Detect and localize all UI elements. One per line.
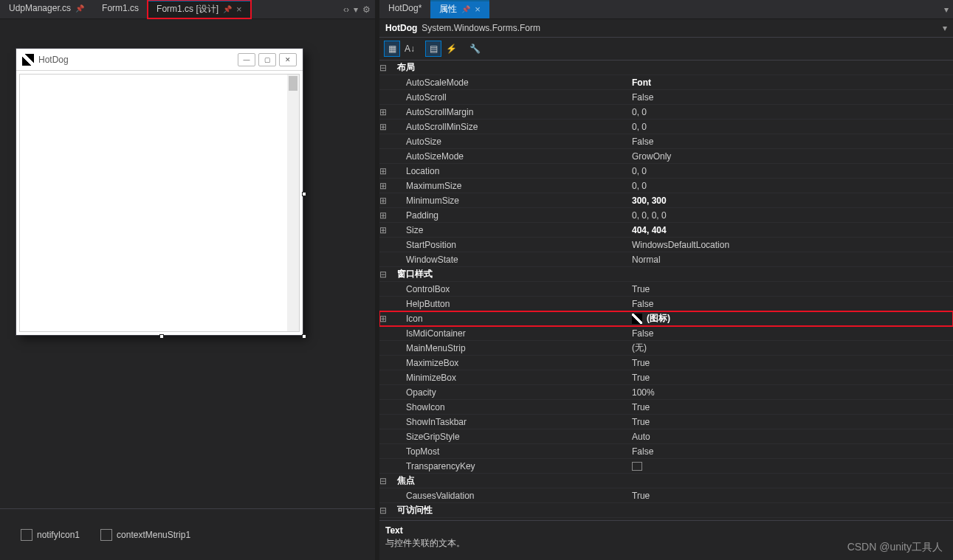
expand-toggle[interactable]: ⊟ [379,267,396,281]
gear-icon[interactable]: ⚙ [362,4,371,15]
property-value[interactable]: 0, 0 [630,120,953,134]
form-client-area[interactable] [19,74,300,332]
form-designer[interactable]: HotDog — ▢ ✕ [0,19,375,508]
property-value[interactable]: 0, 0 [630,105,953,119]
property-Padding[interactable]: ⊞Padding0, 0, 0, 0 [379,208,953,223]
property-MinimumSize[interactable]: ⊞MinimumSize300, 300 [379,193,953,208]
property-value[interactable]: (无) [630,341,953,355]
pin-icon[interactable]: 📌 [223,5,232,13]
property-Opacity[interactable]: Opacity100% [379,385,953,400]
property-value[interactable]: True [630,488,953,502]
category-窗口样式[interactable]: 窗口样式 [396,267,433,281]
alphabetical-button[interactable]: A↓ [402,41,418,57]
properties-button[interactable]: ▤ [425,41,441,57]
property-AutoScrollMinSize[interactable]: ⊞AutoScrollMinSize0, 0 [379,120,953,134]
property-HelpButton[interactable]: HelpButtonFalse [379,297,953,311]
tray-contextMenuStrip1[interactable]: contextMenuStrip1 [100,529,190,541]
property-value[interactable]: True [630,282,953,296]
property-SizeGripStyle[interactable]: SizeGripStyleAuto [379,429,953,444]
tab-属性[interactable]: 属性📌× [430,0,489,18]
expand-toggle[interactable]: ⊞ [379,223,396,237]
property-value[interactable]: False [630,444,953,458]
tab-HotDog*[interactable]: HotDog* [379,0,430,16]
dropdown-icon[interactable]: ▾ [354,4,358,15]
dropdown-icon[interactable]: ▾ [944,4,949,15]
property-value[interactable]: False [630,297,953,311]
property-value[interactable]: 100% [630,385,953,399]
category-布局[interactable]: 布局 [396,61,415,75]
property-value[interactable]: 0, 0, 0, 0 [630,208,953,222]
tab-form1-cs[interactable]: Form1.cs [93,0,148,16]
property-value[interactable]: 0, 0 [630,164,953,178]
property-value[interactable]: 404, 404 [630,223,953,237]
property-Location[interactable]: ⊞Location0, 0 [379,164,953,179]
property-value[interactable]: False [630,326,953,340]
expand-toggle[interactable]: ⊞ [379,193,396,207]
property-grid[interactable]: ⊟布局AutoScaleModeFontAutoScrollFalse⊞Auto… [379,61,953,520]
property-value[interactable]: True [630,356,953,370]
expand-toggle[interactable]: ⊞ [379,179,396,193]
property-value[interactable]: 0, 0 [630,179,953,193]
property-object-selector[interactable]: HotDog System.Windows.Forms.Form ▾ [379,19,953,38]
pin-icon[interactable]: 📌 [461,5,470,13]
categorized-button[interactable]: ▦ [384,41,400,57]
property-value[interactable]: WindowsDefaultLocation [630,238,953,252]
property-AutoSizeMode[interactable]: AutoSizeModeGrowOnly [379,149,953,164]
expand-toggle[interactable]: ⊟ [379,474,396,488]
expand-toggle[interactable]: ⊞ [379,105,396,119]
property-ShowIcon[interactable]: ShowIconTrue [379,400,953,415]
nav-back-icon[interactable]: ‹› [343,4,349,15]
property-AutoSize[interactable]: AutoSizeFalse [379,134,953,149]
expand-toggle[interactable]: ⊞ [379,120,396,134]
property-pages-button[interactable]: 🔧 [467,41,483,57]
tab-form1-cs-[interactable]: Form1.cs [设计]📌× [148,0,251,18]
property-value[interactable]: True [630,370,953,384]
tray-notifyIcon1[interactable]: notifyIcon1 [21,529,80,541]
property-value[interactable]: True [630,400,953,414]
minimize-button[interactable]: — [238,53,255,66]
category-焦点[interactable]: 焦点 [396,474,415,488]
pin-icon[interactable]: 📌 [75,4,84,13]
form-preview[interactable]: HotDog — ▢ ✕ [16,49,303,335]
property-value[interactable]: 300, 300 [630,193,953,207]
property-MainMenuStrip[interactable]: MainMenuStrip(无) [379,341,953,356]
property-Icon[interactable]: ⊞Icon(图标) [379,311,953,326]
category-可访问性[interactable]: 可访问性 [396,503,433,517]
expand-toggle[interactable]: ⊞ [379,164,396,178]
property-IsMdiContainer[interactable]: IsMdiContainerFalse [379,326,953,341]
close-button[interactable]: ✕ [279,53,297,66]
property-TopMost[interactable]: TopMostFalse [379,444,953,459]
property-AutoScaleMode[interactable]: AutoScaleModeFont [379,75,953,90]
expand-toggle[interactable]: ⊟ [379,503,396,517]
property-value[interactable]: False [630,90,953,104]
property-AutoScrollMargin[interactable]: ⊞AutoScrollMargin0, 0 [379,105,953,120]
property-value[interactable] [630,518,953,520]
property-CausesValidation[interactable]: CausesValidationTrue [379,488,953,503]
property-AutoScroll[interactable]: AutoScrollFalse [379,90,953,105]
maximize-button[interactable]: ▢ [258,53,276,66]
property-value[interactable]: False [630,134,953,148]
property-WindowState[interactable]: WindowStateNormal [379,252,953,267]
property-MinimizeBox[interactable]: MinimizeBoxTrue [379,370,953,385]
property-TransparencyKey[interactable]: TransparencyKey [379,459,953,474]
property-ControlBox[interactable]: ControlBoxTrue [379,282,953,297]
property-MaximizeBox[interactable]: MaximizeBoxTrue [379,356,953,370]
property-ShowInTaskbar[interactable]: ShowInTaskbarTrue [379,415,953,429]
property-value[interactable] [630,459,953,473]
property-value[interactable]: Auto [630,429,953,443]
property-value[interactable]: True [630,415,953,429]
property-value[interactable]: (图标) [630,311,953,325]
property-Size[interactable]: ⊞Size404, 404 [379,223,953,238]
chevron-down-icon[interactable]: ▾ [943,23,947,33]
property-MaximumSize[interactable]: ⊞MaximumSize0, 0 [379,179,953,193]
close-icon[interactable]: × [475,4,481,15]
expand-toggle[interactable]: ⊞ [379,311,396,325]
expand-toggle[interactable]: ⊞ [379,208,396,222]
property-value[interactable]: Font [630,75,953,89]
property-value[interactable]: Normal [630,252,953,266]
property-value[interactable]: GrowOnly [630,149,953,163]
tab-udpmanager-cs[interactable]: UdpManager.cs📌 [0,0,93,16]
close-icon[interactable]: × [236,4,242,15]
events-button[interactable]: ⚡ [443,41,459,57]
property-AccessibleDescription[interactable]: AccessibleDescription [379,518,953,520]
